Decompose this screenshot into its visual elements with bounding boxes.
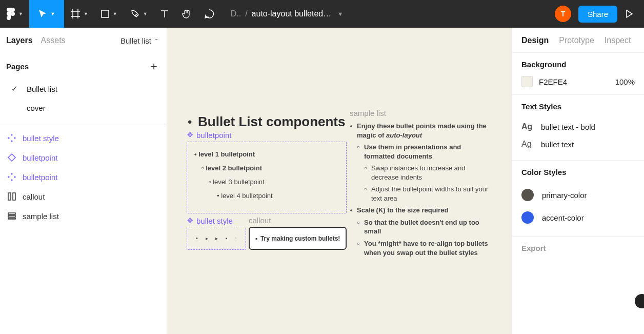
svg-rect-5	[102, 10, 109, 17]
frame-label-bulletstyle[interactable]: ❖ bullet style	[187, 216, 233, 225]
chevron-down-icon: ▼	[18, 11, 23, 16]
svg-point-6	[135, 14, 137, 16]
bullet-icon: •	[188, 115, 192, 129]
present-button[interactable]	[625, 9, 634, 18]
component-icon	[7, 172, 16, 182]
background-header: Background	[521, 60, 635, 69]
text-icon	[160, 9, 169, 18]
page-selector[interactable]: Bullet list ⌃	[120, 36, 158, 45]
text-style-item[interactable]: Ag bullet text - bold	[521, 118, 635, 135]
frame-label-callout[interactable]: callout	[249, 216, 271, 225]
right-panel: Design Prototype Inspect Background F2EF…	[512, 28, 644, 334]
tab-assets[interactable]: Assets	[41, 36, 66, 45]
pen-tool-button[interactable]: ▼	[124, 0, 154, 28]
frame-label-sample[interactable]: sample list	[350, 109, 386, 117]
page-item[interactable]: cover	[0, 99, 167, 117]
chevron-down-icon: ▼	[113, 11, 117, 16]
component-icon: ❖	[187, 216, 193, 225]
rectangle-icon	[100, 9, 110, 18]
export-section[interactable]: Export	[512, 236, 644, 260]
level-4-row: • level 4 bulletpoint	[194, 189, 339, 203]
background-opacity: 100%	[615, 77, 635, 86]
bullet-variant: ▫	[235, 235, 237, 241]
level-3-row: ▫ level 3 bulletpoint	[194, 175, 339, 189]
level-1-row: • level 1 bulletpoint	[194, 147, 339, 161]
user-avatar[interactable]: T	[555, 6, 571, 22]
bullet-variant: ▸	[215, 235, 218, 241]
comment-tool-button[interactable]	[198, 0, 220, 28]
bullet-icon: ▪	[255, 235, 257, 242]
play-icon	[625, 9, 634, 18]
background-hex: F2EFE4	[539, 77, 567, 86]
chevron-down-icon: ▼	[337, 11, 343, 17]
tab-prototype[interactable]: Prototype	[559, 36, 594, 45]
ag-icon: Ag	[521, 122, 534, 131]
frame-tool-button[interactable]: ▼	[64, 0, 94, 28]
comment-icon	[204, 9, 214, 19]
breadcrumb-separator: /	[245, 9, 247, 18]
text-tool-button[interactable]	[154, 0, 175, 28]
color-circle	[521, 189, 534, 201]
tab-design[interactable]: Design	[521, 36, 549, 45]
layer-item[interactable]: bulletpoint	[0, 148, 167, 167]
layer-item[interactable]: sample list	[0, 206, 167, 226]
chevron-down-icon: ▼	[50, 11, 55, 16]
background-color-row[interactable]: F2EFE4 100%	[521, 76, 635, 87]
frame-label-bulletpoint[interactable]: ❖ bulletpoint	[187, 130, 231, 140]
left-panel: Layers Assets Bullet list ⌃ Pages ＋ ✓ Bu…	[0, 28, 167, 334]
color-style-item[interactable]: primary-color	[521, 184, 635, 206]
move-tool-button[interactable]: ▼	[29, 0, 64, 28]
component-icon: ❖	[187, 130, 193, 140]
svg-point-0	[11, 12, 15, 16]
bullet-style-component-frame[interactable]: • ▸ ▸ ▪ ▫	[187, 227, 246, 250]
main-menu-button[interactable]: ▼	[0, 0, 29, 28]
pen-icon	[130, 9, 140, 19]
svg-rect-9	[8, 213, 15, 214]
level-2-row: ▫ level 2 bulletpoint	[194, 161, 339, 175]
diamond-outline-icon	[7, 153, 16, 162]
hand-icon	[182, 9, 192, 19]
component-icon	[7, 133, 16, 143]
callout-frame[interactable]: ▪ Try making custom bullets!	[249, 227, 347, 250]
canvas[interactable]: • Bullet List components ❖ bulletpoint •…	[167, 28, 512, 334]
hand-tool-button[interactable]	[175, 0, 198, 28]
color-style-item[interactable]: accent-color	[521, 206, 635, 229]
layer-item[interactable]: bullet style	[0, 128, 167, 148]
chevron-down-icon: ▼	[84, 11, 88, 16]
color-swatch[interactable]	[521, 76, 533, 87]
bullet-variant: ▪	[226, 235, 228, 241]
autolayout-frame-icon	[7, 211, 16, 221]
svg-rect-7	[8, 193, 11, 200]
svg-rect-10	[8, 215, 15, 217]
page-item[interactable]: ✓ Bullet list	[0, 79, 167, 99]
layer-item[interactable]: bulletpoint	[0, 167, 167, 187]
tab-layers[interactable]: Layers	[6, 36, 33, 45]
sample-list-frame[interactable]: •Enjoy these bullet points made using th…	[350, 120, 493, 259]
shape-tool-button[interactable]: ▼	[94, 0, 124, 28]
frame-icon	[70, 9, 80, 19]
bulletpoint-component-frame[interactable]: • level 1 bulletpoint ▫ level 2 bulletpo…	[187, 142, 347, 213]
file-name: auto-layout bulleted…	[252, 9, 332, 18]
cursor-icon	[38, 9, 47, 18]
tab-inspect[interactable]: Inspect	[605, 36, 631, 45]
ag-icon: Ag	[521, 140, 534, 149]
check-icon: ✓	[11, 84, 19, 93]
breadcrumb-project: D..	[231, 9, 241, 18]
layer-item[interactable]: callout	[0, 187, 167, 206]
bullet-variant: ▸	[206, 235, 208, 241]
text-styles-header: Text Styles	[521, 102, 635, 111]
pages-header: Pages	[6, 62, 29, 71]
color-circle	[521, 211, 534, 224]
chevron-up-icon: ⌃	[154, 38, 158, 44]
share-button[interactable]: Share	[578, 6, 617, 23]
document-title[interactable]: D.. / auto-layout bulleted… ▼	[220, 0, 550, 28]
svg-rect-8	[13, 193, 15, 200]
figma-logo-icon	[6, 8, 15, 20]
add-page-button[interactable]: ＋	[148, 61, 159, 72]
chevron-down-icon: ▼	[143, 11, 148, 16]
help-button[interactable]	[635, 294, 644, 308]
top-toolbar: ▼ ▼ ▼ ▼ ▼ D.. / auto-layout bulleted… ▼ …	[0, 0, 644, 28]
text-style-item[interactable]: Ag bullet text	[521, 135, 635, 153]
bullet-variant: •	[196, 235, 198, 241]
callout-frame-icon	[7, 192, 16, 201]
